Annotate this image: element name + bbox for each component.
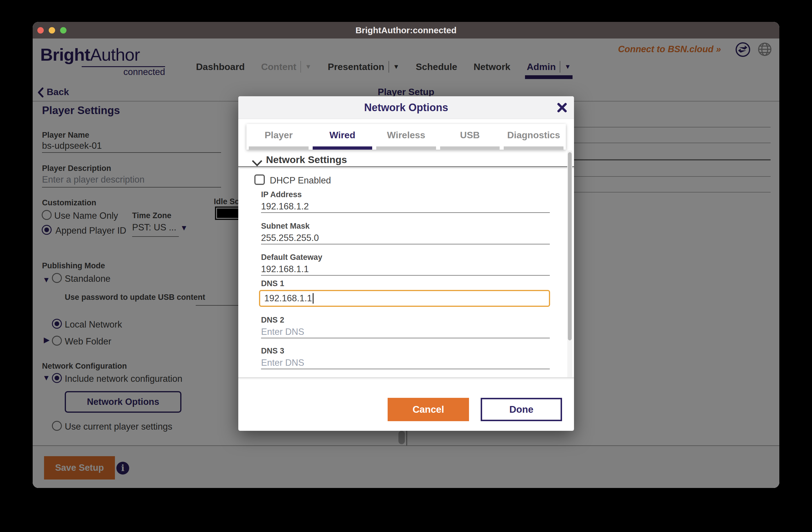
modal-tab-bar: Player Wired Wireless USB Diagnostics [246,124,566,149]
section-collapse-chevron-icon[interactable] [252,156,262,166]
dns3-input[interactable]: Enter DNS [261,358,304,368]
window-close-button[interactable] [37,27,44,33]
window-zoom-button[interactable] [60,27,67,33]
subnet-mask-label: Subnet Mask [261,222,310,231]
tab-player[interactable]: Player [249,124,308,149]
default-gateway-label: Default Gateway [261,253,322,262]
input-underline [261,275,550,276]
dns2-label: DNS 2 [261,316,285,325]
divider [238,377,574,378]
screen: BrightAuthor:connected BrightAuthor conn… [0,0,812,532]
input-underline [261,244,550,244]
dns1-input[interactable]: 192.168.1.1 [259,290,550,307]
dns1-value: 192.168.1.1 [264,293,312,304]
dns2-input[interactable]: Enter DNS [261,327,304,337]
close-icon[interactable] [557,103,567,113]
modal-scrollbar-thumb[interactable] [568,152,572,340]
cancel-button[interactable]: Cancel [388,398,469,421]
input-underline [261,338,550,338]
dns1-label: DNS 1 [261,279,285,288]
dns3-label: DNS 3 [261,346,285,356]
ip-address-label: IP Address [261,190,302,199]
modal-title: Network Options [238,96,574,119]
tab-usb[interactable]: USB [440,124,500,149]
subnet-mask-input[interactable]: 255.255.255.0 [261,233,319,243]
tab-wireless[interactable]: Wireless [376,124,436,149]
modal-header: Network Options [238,96,574,119]
window-title: BrightAuthor:connected [33,22,779,39]
default-gateway-input[interactable]: 192.168.1.1 [261,264,309,274]
done-button[interactable]: Done [481,398,562,421]
dhcp-checkbox[interactable] [254,174,265,185]
tab-diagnostics[interactable]: Diagnostics [504,124,564,149]
network-options-modal: Network Options Player Wired Wireless US… [238,96,574,431]
tab-wired[interactable]: Wired [313,124,373,149]
divider [238,166,574,167]
titlebar: BrightAuthor:connected [33,22,779,39]
input-underline [261,212,550,213]
window-minimize-button[interactable] [49,27,55,33]
text-cursor [313,293,314,304]
network-settings-section-header[interactable]: Network Settings [266,154,347,166]
input-underline [261,369,550,369]
dhcp-label[interactable]: DHCP Enabled [270,175,331,186]
ip-address-input[interactable]: 192.168.1.2 [261,201,309,212]
